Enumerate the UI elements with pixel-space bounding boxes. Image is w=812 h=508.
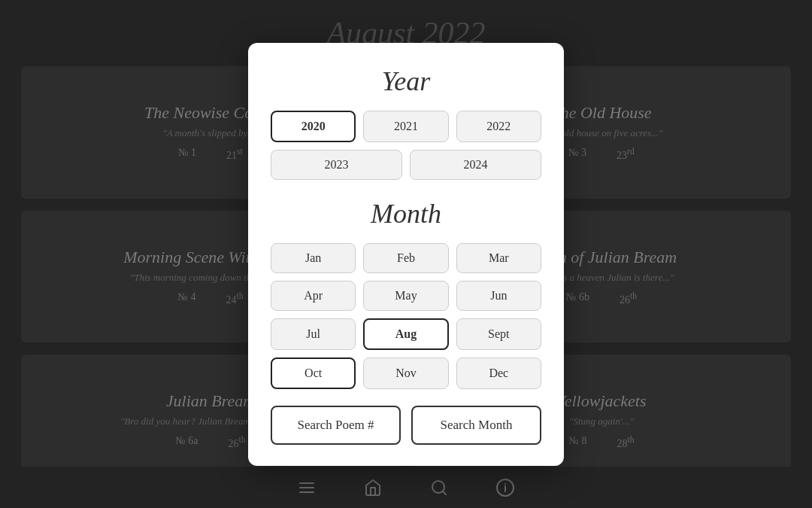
search-month-button[interactable]: Search Month — [411, 406, 541, 445]
search-modal: Year 2020 2021 2022 2023 2024 Month Jan … — [248, 43, 564, 466]
month-btn-jun[interactable]: Jun — [456, 281, 541, 311]
year-btn-2020[interactable]: 2020 — [271, 111, 356, 142]
action-buttons: Search Poem # Search Month — [271, 406, 541, 445]
month-btn-feb[interactable]: Feb — [363, 243, 448, 273]
month-btn-jan[interactable]: Jan — [271, 243, 356, 273]
year-btn-2023[interactable]: 2023 — [271, 150, 402, 180]
year-grid-row1: 2020 2021 2022 — [271, 111, 541, 142]
year-section-title: Year — [271, 65, 541, 97]
month-btn-dec[interactable]: Dec — [456, 357, 541, 389]
year-btn-2024[interactable]: 2024 — [410, 150, 541, 180]
month-btn-oct[interactable]: Oct — [271, 357, 356, 389]
month-section-title: Month — [271, 198, 541, 230]
month-grid: Jan Feb Mar Apr May Jun Jul Aug Sept Oct… — [271, 243, 541, 389]
month-btn-sept[interactable]: Sept — [456, 318, 541, 350]
search-poem-button[interactable]: Search Poem # — [271, 406, 401, 445]
year-btn-2022[interactable]: 2022 — [456, 111, 541, 142]
month-btn-mar[interactable]: Mar — [456, 243, 541, 273]
month-btn-nov[interactable]: Nov — [363, 357, 448, 389]
year-grid-row2: 2023 2024 — [271, 150, 541, 180]
month-btn-apr[interactable]: Apr — [271, 281, 356, 311]
month-btn-jul[interactable]: Jul — [271, 318, 356, 350]
month-btn-may[interactable]: May — [363, 281, 448, 311]
month-btn-aug[interactable]: Aug — [363, 318, 448, 350]
modal-overlay: Year 2020 2021 2022 2023 2024 Month Jan … — [0, 0, 812, 508]
year-btn-2021[interactable]: 2021 — [363, 111, 448, 142]
